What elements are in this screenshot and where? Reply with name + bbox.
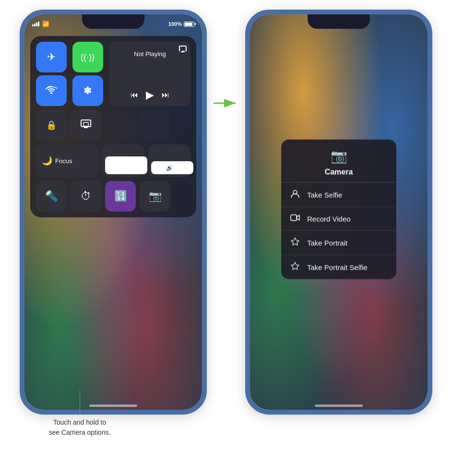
- take-selfie-item[interactable]: Take Selfie: [281, 183, 396, 207]
- control-center: ✈ ((·)) ✱: [30, 36, 196, 217]
- airplane-icon: ✈: [47, 51, 56, 63]
- camera-popup-header: 📷 Camera: [281, 140, 396, 183]
- bar1: [32, 24, 34, 26]
- take-portrait-item[interactable]: Take Portrait: [281, 231, 396, 255]
- cellular-button[interactable]: ((·)): [72, 42, 103, 72]
- camera-icon: 📷: [149, 190, 162, 202]
- focus-label: Focus: [55, 157, 72, 165]
- take-portrait-label: Take Portrait: [307, 238, 347, 247]
- calculator-button[interactable]: 🔢: [105, 181, 136, 212]
- wifi-status-icon: 📶: [42, 21, 49, 27]
- arrow-svg: [212, 96, 240, 110]
- take-portrait-selfie-item[interactable]: Take Portrait Selfie: [281, 255, 396, 279]
- cc-row2: 🔒: [36, 110, 190, 141]
- cc-row4: 🔦 ⏱ 🔢 📷: [36, 181, 190, 212]
- cc-row3: 🌙 Focus ☀ 🔊: [36, 144, 190, 177]
- svg-rect-0: [81, 120, 91, 127]
- screen-mirror-icon: [80, 119, 92, 131]
- camera-button[interactable]: 📷: [140, 181, 170, 212]
- airplane-mode-button[interactable]: ✈: [36, 42, 67, 72]
- caption-line: [80, 391, 80, 415]
- now-playing-widget: Not Playing ⏮ ▶ ⏭: [109, 42, 190, 106]
- airplay-icon[interactable]: [179, 46, 187, 54]
- bluetooth-button[interactable]: ✱: [72, 75, 103, 106]
- camera-popup: 📷 Camera Take Selfie: [281, 140, 396, 279]
- arrow-container: [207, 96, 245, 110]
- svg-rect-1: [83, 122, 88, 126]
- calculator-icon: 🔢: [114, 190, 127, 202]
- volume-slider[interactable]: 🔊: [148, 144, 190, 177]
- record-video-icon: [290, 214, 300, 224]
- camera-popup-title: Camera: [325, 168, 353, 177]
- battery-fill: [185, 23, 192, 26]
- cellular-icon: ((·)): [81, 52, 95, 62]
- bar3: [36, 23, 37, 26]
- play-button[interactable]: ▶: [146, 89, 154, 101]
- bar2: [34, 24, 36, 26]
- rotation-lock-icon: 🔒: [46, 120, 57, 131]
- right-notch: [308, 14, 370, 29]
- right-phone-wrapper: 📷 Camera Take Selfie: [245, 0, 432, 415]
- take-portrait-selfie-icon: [290, 262, 300, 273]
- caption-text: Touch and hold to see Camera options.: [48, 417, 110, 438]
- record-video-item[interactable]: Record Video: [281, 207, 396, 231]
- now-playing-controls: ⏮ ▶ ⏭: [115, 89, 185, 101]
- brightness-slider[interactable]: ☀: [102, 144, 144, 177]
- brightness-icon: ☀: [120, 164, 127, 171]
- svg-rect-7: [291, 215, 297, 221]
- focus-button[interactable]: 🌙 Focus: [36, 144, 98, 177]
- screen-mirror-button[interactable]: [71, 110, 101, 141]
- bluetooth-icon: ✱: [83, 85, 92, 96]
- take-portrait-icon: [290, 238, 300, 248]
- wifi-button[interactable]: [36, 75, 67, 106]
- take-selfie-label: Take Selfie: [307, 190, 342, 199]
- timer-icon: ⏱: [81, 190, 91, 202]
- extra-button-2[interactable]: [140, 110, 170, 141]
- flashlight-icon: 🔦: [45, 190, 58, 202]
- take-portrait-selfie-label: Take Portrait Selfie: [307, 263, 368, 271]
- battery-area: 100%: [168, 21, 194, 27]
- rewind-button[interactable]: ⏮: [131, 91, 138, 99]
- flashlight-button[interactable]: 🔦: [36, 181, 67, 212]
- now-playing-title: Not Playing: [115, 50, 185, 58]
- take-selfie-icon: [290, 190, 300, 200]
- camera-popup-icon: 📷: [331, 148, 347, 164]
- fast-forward-button[interactable]: ⏭: [162, 91, 169, 99]
- battery-icon: [184, 22, 194, 27]
- rotation-lock-button[interactable]: 🔒: [36, 110, 67, 141]
- focus-icon: 🌙: [42, 155, 52, 166]
- connectivity-grid: ✈ ((·)) ✱: [36, 42, 106, 106]
- caption-line1: Touch and hold to: [53, 418, 107, 426]
- notch: [82, 14, 144, 29]
- left-phone-frame: 📶 100% ✈: [20, 10, 207, 415]
- record-video-label: Record Video: [307, 214, 351, 223]
- right-phone-frame: 📷 Camera Take Selfie: [245, 10, 432, 415]
- extra-button-1[interactable]: [105, 110, 136, 141]
- battery-percent-label: 100%: [168, 21, 182, 27]
- right-home-indicator: [315, 405, 363, 407]
- timer-button[interactable]: ⏱: [71, 181, 101, 212]
- cc-row1: ✈ ((·)) ✱: [36, 42, 190, 106]
- wifi-icon: [46, 84, 57, 97]
- left-phone-wrapper: 📶 100% ✈: [20, 0, 207, 447]
- main-container: 📶 100% ✈: [0, 0, 452, 476]
- signal-area: 📶: [32, 21, 49, 27]
- volume-icon: 🔊: [166, 165, 173, 171]
- caption-area: Touch and hold to see Camera options.: [32, 391, 128, 438]
- caption-line2: see Camera options.: [48, 428, 110, 436]
- bar4: [38, 22, 39, 26]
- signal-bars: [32, 22, 39, 26]
